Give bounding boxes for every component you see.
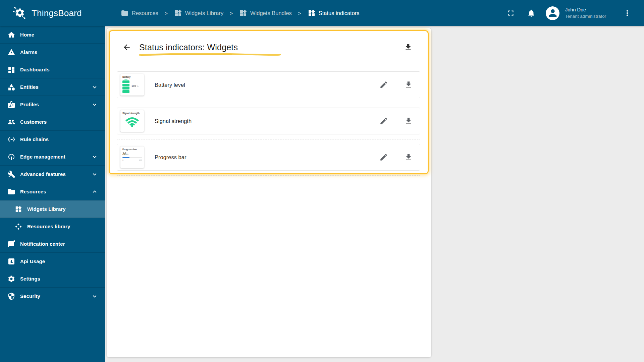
sidebar-nav: Home Alarms Dashboards Entities Profiles… <box>0 26 105 362</box>
sidebar-item-api-usage[interactable]: Api Usage <box>0 253 105 270</box>
export-widget-button[interactable] <box>402 150 415 164</box>
progress-scale: 0 100 <box>122 159 142 161</box>
download-icon <box>404 117 413 125</box>
widgets-icon <box>308 9 316 17</box>
sidebar-item-label: Customers <box>20 119 99 125</box>
notifications-button[interactable] <box>525 6 538 20</box>
sidebar-item-edge-management[interactable]: Edge management <box>0 148 105 166</box>
sidebar-item-label: Resources library <box>27 224 99 229</box>
code-brackets-icon <box>7 135 15 143</box>
back-arrow-icon <box>122 43 131 52</box>
sidebar-item-label: Resources <box>20 189 91 194</box>
chevron-down-icon <box>91 101 99 109</box>
shield-icon <box>7 292 15 300</box>
app-logo[interactable]: ThingsBoard <box>0 0 105 26</box>
thingsboard-logo-icon <box>12 5 28 21</box>
widget-row-progress-bar[interactable]: Progress bar 36% 0 100 <box>117 144 420 171</box>
widget-row-battery-level[interactable]: Battery 100 <box>117 71 420 98</box>
download-icon <box>404 153 413 162</box>
kebab-menu-icon <box>623 9 632 17</box>
wifi-icon <box>122 116 142 127</box>
user-info[interactable]: John Doe Tenant administrator <box>565 7 612 19</box>
sidebar-item-label: Notification center <box>20 241 99 247</box>
sidebar-item-profiles[interactable]: Profiles <box>0 96 105 113</box>
breadcrumb-widgets-library[interactable]: Widgets Library <box>174 9 224 17</box>
sidebar-item-notification-center[interactable]: Notification center <box>0 235 105 253</box>
breadcrumb: Resources > Widgets Library > Widgets Bu… <box>121 0 360 26</box>
breadcrumb-separator: > <box>165 10 168 16</box>
back-button[interactable] <box>120 41 133 54</box>
sidebar-item-label: Entities <box>20 84 91 90</box>
sidebar-item-label: Alarms <box>20 49 99 55</box>
sidebar-item-settings[interactable]: Settings <box>0 270 105 288</box>
gear-icon <box>7 275 15 283</box>
widget-slot: Progress bar 36% 0 100 <box>117 144 420 171</box>
chevron-down-icon <box>91 170 99 178</box>
user-avatar[interactable] <box>546 6 559 20</box>
breadcrumb-label: Widgets Bundles <box>250 10 292 16</box>
widget-preview-battery: Battery 100 <box>120 74 144 96</box>
edit-widget-button[interactable] <box>377 150 390 164</box>
sidebar-item-widgets-library[interactable]: Widgets Library <box>0 200 105 218</box>
sidebar-item-resources-library[interactable]: Resources library <box>0 218 105 235</box>
widget-preview-signal: Signal strength <box>120 110 144 132</box>
edit-widget-button[interactable] <box>377 78 390 92</box>
avatar-person-icon <box>547 7 558 19</box>
tour-highlight-card: Status indicators: Widgets Battery <box>109 30 429 174</box>
chevron-down-icon <box>91 153 99 161</box>
user-name: John Doe <box>565 7 612 13</box>
sidebar-item-home[interactable]: Home <box>0 26 105 44</box>
notification-message-icon <box>7 240 15 248</box>
widget-type-list: Battery 100 <box>117 71 420 180</box>
battery-icon <box>122 79 129 93</box>
app-title: ThingsBoard <box>32 8 82 18</box>
edit-pencil-icon <box>379 153 388 162</box>
antenna-icon <box>7 153 15 161</box>
sidebar-item-label: Home <box>20 32 99 38</box>
widgets-icon <box>239 9 247 17</box>
chart-box-icon <box>7 257 15 265</box>
breadcrumb-label: Status indicators <box>319 10 360 16</box>
widget-slot: Battery 100 <box>117 71 420 98</box>
card-header: Status indicators: Widgets <box>120 40 415 55</box>
export-widget-button[interactable] <box>402 114 415 128</box>
edit-widget-button[interactable] <box>377 114 390 128</box>
breadcrumb-resources[interactable]: Resources <box>121 9 158 17</box>
export-bundle-button[interactable] <box>401 41 415 54</box>
sidebar-item-label: Edge management <box>20 154 91 160</box>
chevron-up-icon <box>91 188 99 196</box>
sidebar-item-label: Rule chains <box>20 136 99 142</box>
progress-bar <box>122 157 142 158</box>
header-actions: John Doe Tenant administrator <box>504 0 644 26</box>
breadcrumb-label: Widgets Library <box>185 10 224 16</box>
export-widget-button[interactable] <box>402 78 415 92</box>
more-menu-button[interactable] <box>621 6 634 20</box>
breadcrumb-status-indicators: Status indicators <box>308 9 360 17</box>
breadcrumb-widgets-bundles[interactable]: Widgets Bundles <box>239 9 292 17</box>
sidebar-item-label: Profiles <box>20 102 91 107</box>
people-icon <box>7 118 15 126</box>
sidebar-item-resources[interactable]: Resources <box>0 183 105 200</box>
fullscreen-button[interactable] <box>504 6 518 20</box>
progress-value: 36% <box>122 152 142 156</box>
edit-pencil-icon <box>379 117 388 125</box>
sidebar-item-label: Security <box>20 293 91 299</box>
sidebar-item-label: Advanced features <box>20 171 91 177</box>
widget-name: Battery level <box>155 82 377 88</box>
sidebar-item-alarms[interactable]: Alarms <box>0 44 105 61</box>
user-role: Tenant administrator <box>565 13 612 19</box>
widget-row-signal-strength[interactable]: Signal strength Signal strength <box>117 108 420 134</box>
sidebar-item-customers[interactable]: Customers <box>0 113 105 131</box>
card-title: Status indicators: Widgets <box>139 43 238 52</box>
sidebar-item-rule-chains[interactable]: Rule chains <box>0 131 105 148</box>
category-icon <box>7 83 15 91</box>
sidebar-item-security[interactable]: Security <box>0 288 105 305</box>
preview-title: Battery <box>122 76 142 78</box>
home-icon <box>7 31 15 39</box>
sidebar-item-label: Widgets Library <box>27 206 99 212</box>
sidebar-item-entities[interactable]: Entities <box>0 78 105 96</box>
preview-title: Progress bar <box>122 148 142 150</box>
download-icon <box>404 43 413 52</box>
sidebar-item-advanced-features[interactable]: Advanced features <box>0 166 105 183</box>
sidebar-item-dashboards[interactable]: Dashboards <box>0 61 105 78</box>
